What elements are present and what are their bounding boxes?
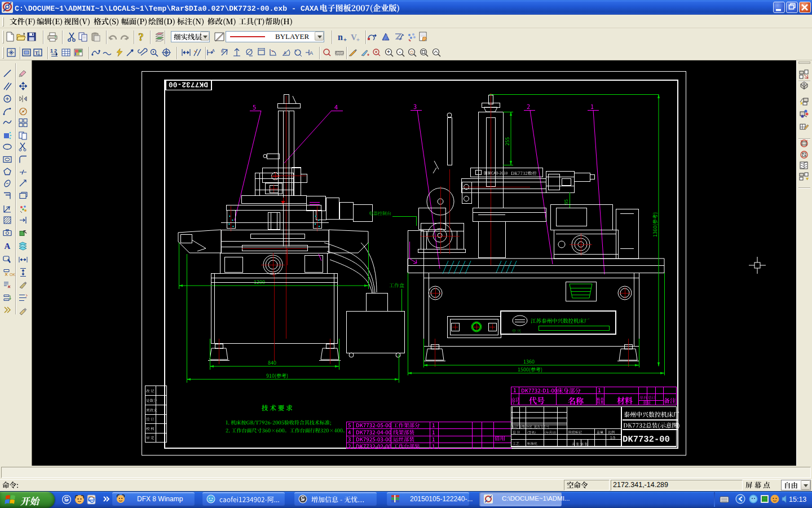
svg-text:A: A	[284, 51, 286, 55]
svg-text:+: +	[387, 49, 390, 55]
svg-text:A: A	[212, 49, 215, 52]
svg-text:A: A	[310, 50, 313, 56]
svg-text:B: B	[221, 49, 224, 53]
svg-text:1: 1	[50, 48, 53, 54]
svg-text:2: 2	[54, 48, 57, 54]
svg-text:?: ?	[138, 31, 144, 43]
svg-text:T: T	[35, 50, 38, 56]
svg-text:A: A	[5, 242, 11, 251]
svg-text:n: n	[338, 32, 343, 42]
svg-text:-: -	[399, 49, 401, 55]
svg-text:+: +	[343, 37, 347, 43]
svg-text:OK: OK	[10, 273, 15, 277]
svg-text:+: +	[356, 37, 360, 43]
